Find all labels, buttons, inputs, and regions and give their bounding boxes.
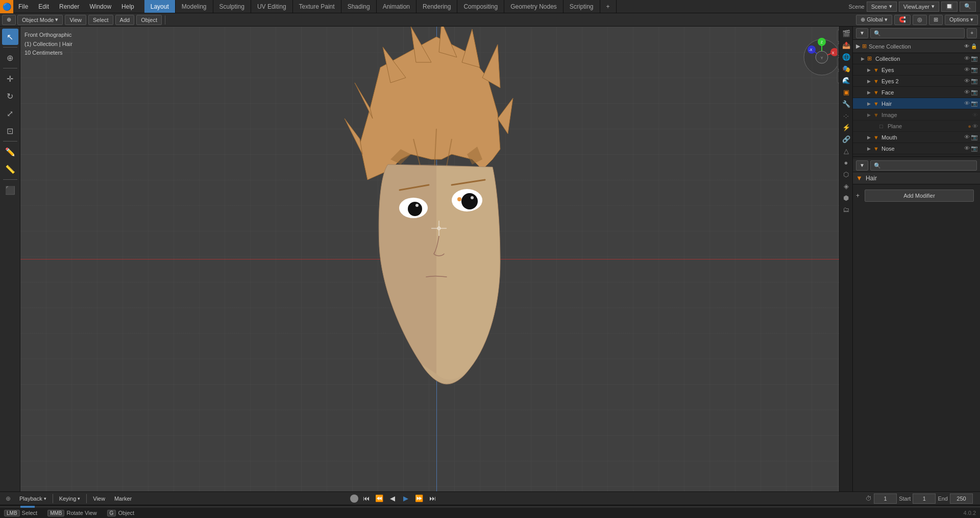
search-btn[interactable]: 🔍	[960, 2, 976, 12]
filter-btn[interactable]: ▼	[856, 28, 868, 38]
rotate-tool[interactable]: ↻	[2, 88, 18, 104]
menu-window[interactable]: Window	[84, 0, 116, 13]
rib-physics[interactable]: ⚡	[841, 122, 852, 133]
tree-face[interactable]: ▶ ▼ Face 👁 📷	[853, 87, 980, 98]
measure-tool[interactable]: 📏	[2, 161, 18, 177]
rib-object-data[interactable]: ⬢	[841, 192, 852, 203]
add-modifier-btn[interactable]: Add Modifier	[865, 190, 974, 202]
svg-marker-6	[355, 83, 373, 119]
hair-label: Hair	[881, 101, 964, 107]
add-cube-tool[interactable]: ⬛	[2, 182, 18, 198]
start-frame-input[interactable]: 1	[913, 493, 936, 504]
add-menu[interactable]: Add	[115, 15, 135, 25]
modifier-add-area: + Add Modifier	[853, 184, 980, 207]
tab-sculpting[interactable]: Sculpting	[213, 0, 251, 13]
rib-data[interactable]: △	[841, 145, 852, 156]
collection-name: Collection	[875, 56, 964, 62]
rib-view-layer[interactable]: 🌐	[841, 51, 852, 62]
current-frame-input[interactable]: 1	[874, 493, 897, 504]
options-btn[interactable]: Options ▾	[945, 15, 978, 25]
tab-geometry-nodes[interactable]: Geometry Nodes	[504, 0, 564, 13]
play-forward-btn[interactable]: ▶	[400, 493, 411, 504]
tree-eyes2[interactable]: ▶ ▼ Eyes 2 👁 📷	[853, 76, 980, 87]
menu-file[interactable]: File	[13, 0, 33, 13]
move-tool[interactable]: ✛	[2, 70, 18, 87]
collection-eye[interactable]: 👁	[964, 55, 970, 62]
tab-rendering[interactable]: Rendering	[416, 0, 457, 13]
record-btn[interactable]	[350, 495, 358, 503]
scale-tool[interactable]: ⤢	[2, 105, 18, 122]
cursor-tool[interactable]: ⊕	[2, 50, 18, 66]
select-tool[interactable]: ↖	[2, 29, 18, 45]
keying-dropdown[interactable]: Keying ▾	[56, 496, 84, 502]
rib-material[interactable]: ●	[841, 157, 852, 168]
collection-cam[interactable]: 📷	[971, 55, 978, 62]
face-label: Face	[881, 89, 964, 96]
tab-uv-editing[interactable]: UV Editing	[251, 0, 293, 13]
mode-icon-btn[interactable]: ⊕	[2, 15, 16, 25]
tab-animation[interactable]: Animation	[377, 0, 416, 13]
step-forward-btn[interactable]: ⏩	[413, 493, 425, 504]
select-menu[interactable]: Select	[88, 15, 113, 25]
main-viewport[interactable]: Front Orthographic (1) Collection | Hair…	[20, 27, 852, 491]
tree-image[interactable]: ▶ ▼ Image 👁	[853, 109, 980, 121]
scene-selector[interactable]: Scene ▾	[867, 2, 897, 12]
menu-help[interactable]: Help	[116, 0, 139, 13]
rib-world-props[interactable]: 🌊	[841, 75, 852, 86]
rib-particles[interactable]: ·:·	[841, 110, 852, 121]
rib-collection[interactable]: 🗂	[841, 204, 852, 215]
menu-render[interactable]: Render	[54, 0, 84, 13]
snap-btn[interactable]: 🧲	[894, 15, 911, 25]
step-back-btn[interactable]: ⏪	[374, 493, 385, 504]
tab-modeling[interactable]: Modeling	[176, 0, 213, 13]
timeline-marker-btn[interactable]: Marker	[111, 493, 135, 504]
timeline-corner-icon[interactable]: ⊕	[3, 493, 13, 504]
tab-texture-paint[interactable]: Texture Paint	[293, 0, 341, 13]
playback-dropdown[interactable]: Playback ▾	[16, 496, 50, 502]
add-collection-btn[interactable]: +	[967, 28, 977, 38]
tab-layout[interactable]: Layout	[144, 0, 176, 13]
view-layer-selector[interactable]: ViewLayer ▾	[899, 2, 939, 12]
play-back-btn[interactable]: ◀	[387, 493, 398, 504]
rib-output-props[interactable]: 📤	[841, 39, 852, 51]
rib-shader[interactable]: ◈	[841, 180, 852, 192]
rib-render-props[interactable]: 🎬	[841, 28, 852, 39]
tab-add[interactable]: +	[600, 0, 617, 13]
rib-texture[interactable]: ⬡	[841, 169, 852, 180]
jump-end-btn[interactable]: ⏭	[427, 493, 438, 504]
rib-constraints[interactable]: 🔗	[841, 133, 852, 145]
tab-shading[interactable]: Shading	[341, 0, 377, 13]
rib-object-props[interactable]: ▣	[841, 86, 852, 98]
navigation-gizmo[interactable]: X -X Z Y	[801, 37, 842, 78]
timeline-view-btn[interactable]: View	[90, 493, 108, 504]
rib-scene-props[interactable]: 🎭	[841, 63, 852, 74]
filter-btn-2[interactable]: ▼	[856, 160, 868, 171]
tree-mouth[interactable]: ▶ ▼ Mouth 👁 📷	[853, 132, 980, 143]
tree-nose[interactable]: ▶ ▼ Nose 👁 📷	[853, 143, 980, 154]
current-frame-icon: ⏱	[866, 495, 872, 502]
overlay-btn[interactable]: ⊞	[929, 15, 943, 25]
jump-start-btn[interactable]: ⏮	[360, 493, 372, 504]
tree-collection[interactable]: ▶ ⊞ Collection 👁 📷	[853, 53, 980, 64]
view-menu[interactable]: View	[65, 15, 86, 25]
mode-selector[interactable]: Object Mode ▾	[17, 15, 63, 25]
tab-scripting[interactable]: Scripting	[564, 0, 600, 13]
object-menu[interactable]: Object	[136, 15, 162, 25]
transform-selector[interactable]: ⊕ Global ▾	[856, 15, 892, 25]
transform-tool[interactable]: ⊡	[2, 123, 18, 139]
tab-compositing[interactable]: Compositing	[457, 0, 504, 13]
end-frame-input[interactable]: 250	[950, 493, 973, 504]
tree-eyes[interactable]: ▶ ▼ Eyes 👁 📷	[853, 64, 980, 76]
engine-selector[interactable]: 🔲	[941, 2, 958, 12]
proportional-btn[interactable]: ◎	[913, 15, 927, 25]
props-search-input[interactable]	[870, 160, 977, 171]
collection-vis-icon: 👁 🔒	[964, 43, 977, 49]
svg-point-19	[415, 204, 419, 207]
tree-plane[interactable]: □ Plane ● 👁	[853, 121, 980, 132]
tree-hair[interactable]: ▶ ▼ Hair 👁 📷	[853, 98, 980, 109]
menu-edit[interactable]: Edit	[33, 0, 54, 13]
rib-modifier-props[interactable]: 🔧	[841, 98, 852, 109]
top-menu-items: File Edit Render Window Help	[13, 0, 139, 13]
annotate-tool[interactable]: ✏️	[2, 144, 18, 160]
search-input[interactable]	[870, 28, 965, 38]
